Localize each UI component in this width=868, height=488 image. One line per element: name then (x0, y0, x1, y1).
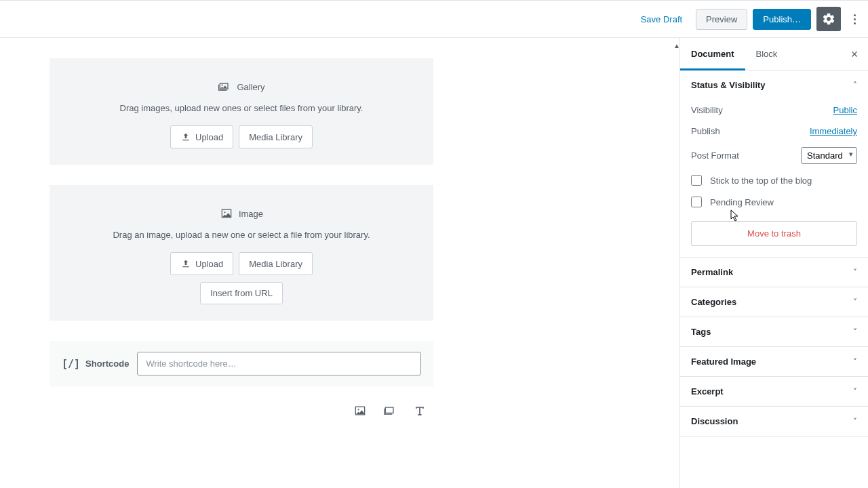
panel-title: Excerpt (691, 386, 724, 396)
image-insert-url-button[interactable]: Insert from URL (200, 282, 283, 304)
image-icon (353, 404, 367, 418)
panel-title: Featured Image (691, 357, 756, 367)
visibility-label: Visibility (691, 105, 723, 115)
gallery-media-library-button[interactable]: Media Library (239, 125, 313, 148)
chevron-down-icon: ˅ (853, 387, 857, 396)
panel-title: Tags (691, 327, 711, 337)
publish-button[interactable]: Publish… (753, 9, 811, 30)
post-format-select[interactable]: Standard (801, 147, 857, 164)
gallery-upload-button[interactable]: Upload (170, 125, 233, 148)
move-to-trash-button[interactable]: Move to trash (691, 221, 857, 246)
tab-block[interactable]: Block (745, 38, 789, 70)
svg-point-0 (222, 85, 223, 86)
shortcode-icon: [/] (62, 358, 80, 370)
chevron-down-icon: ˅ (853, 327, 857, 337)
image-icon (220, 207, 233, 220)
appender-text-button[interactable] (410, 401, 429, 422)
image-media-library-button[interactable]: Media Library (239, 252, 313, 275)
shortcode-input[interactable] (137, 352, 421, 375)
image-block[interactable]: Image Drag an image, upload a new one or… (50, 185, 433, 321)
more-menu-button[interactable] (846, 7, 863, 31)
discussion-panel: Discussion ˅ (680, 407, 868, 436)
publish-value[interactable]: Immediately (810, 126, 857, 136)
tags-toggle[interactable]: Tags ˅ (680, 317, 868, 346)
chevron-up-icon: ˄ (853, 81, 857, 90)
pending-review-checkbox[interactable] (691, 197, 702, 207)
upload-icon (180, 131, 191, 142)
close-sidebar-button[interactable]: × (846, 46, 863, 62)
permalink-toggle[interactable]: Permalink ˅ (680, 258, 868, 287)
gallery-instruction: Drag images, upload new ones or select f… (66, 103, 417, 113)
close-icon: × (851, 47, 859, 61)
appender-image-button[interactable] (351, 401, 370, 422)
panel-title: Permalink (691, 267, 733, 277)
block-appender (50, 401, 433, 422)
featured-image-toggle[interactable]: Featured Image ˅ (680, 347, 868, 376)
stick-label: Stick to the top of the blog (710, 176, 812, 186)
image-title: Image (239, 209, 263, 219)
gallery-icon (383, 404, 397, 418)
svg-point-2 (357, 409, 359, 410)
panel-title: Status & Visibility (691, 80, 766, 90)
shortcode-label: Shortcode (85, 359, 129, 369)
upload-label: Upload (195, 132, 223, 142)
upload-label: Upload (195, 259, 223, 269)
pending-review-row[interactable]: Pending Review (691, 191, 857, 213)
image-instruction: Drag an image, upload a new one or selec… (66, 230, 417, 240)
excerpt-panel: Excerpt ˅ (680, 377, 868, 407)
tags-panel: Tags ˅ (680, 317, 868, 347)
shortcode-block[interactable]: [/] Shortcode (50, 341, 433, 386)
post-format-label: Post Format (691, 150, 739, 161)
panel-title: Categories (691, 297, 736, 307)
editor-canvas: Gallery Drag images, upload new ones or … (0, 38, 679, 488)
upload-icon (180, 258, 191, 269)
save-draft-button[interactable]: Save Draft (633, 9, 690, 30)
chevron-down-icon: ˅ (853, 268, 857, 277)
settings-button[interactable] (816, 7, 841, 31)
categories-toggle[interactable]: Categories ˅ (680, 287, 868, 317)
settings-sidebar: ▲ Document Block × Status & Visibility ˄… (679, 38, 868, 488)
chevron-down-icon: ˅ (853, 298, 857, 307)
gallery-block[interactable]: Gallery Drag images, upload new ones or … (50, 58, 433, 165)
sidebar-tabs: Document Block × (680, 38, 868, 70)
status-visibility-panel: Status & Visibility ˄ Visibility Public … (680, 70, 868, 258)
categories-panel: Categories ˅ (680, 287, 868, 317)
gallery-icon (218, 80, 231, 94)
gear-icon (822, 12, 835, 26)
text-icon (413, 404, 427, 418)
preview-button[interactable]: Preview (696, 9, 747, 30)
image-upload-button[interactable]: Upload (170, 252, 233, 275)
collapse-arrow-icon[interactable]: ▲ (673, 42, 680, 49)
stick-to-top-checkbox[interactable] (691, 175, 702, 186)
excerpt-toggle[interactable]: Excerpt ˅ (680, 377, 868, 406)
appender-gallery-button[interactable] (380, 401, 399, 422)
more-vertical-icon (854, 14, 856, 24)
stick-to-top-row[interactable]: Stick to the top of the blog (691, 169, 857, 191)
publish-label: Publish (691, 126, 720, 136)
chevron-down-icon: ˅ (853, 417, 857, 426)
visibility-value[interactable]: Public (833, 105, 857, 115)
status-visibility-toggle[interactable]: Status & Visibility ˄ (680, 70, 868, 100)
featured-image-panel: Featured Image ˅ (680, 347, 868, 377)
editor-toolbar: Save Draft Preview Publish… (0, 0, 868, 38)
chevron-down-icon: ˅ (853, 357, 857, 367)
svg-point-1 (224, 211, 225, 213)
discussion-toggle[interactable]: Discussion ˅ (680, 407, 868, 436)
pending-label: Pending Review (710, 197, 774, 207)
tab-document[interactable]: Document (680, 38, 745, 70)
permalink-panel: Permalink ˅ (680, 258, 868, 287)
gallery-title: Gallery (237, 82, 264, 92)
panel-title: Discussion (691, 416, 738, 426)
